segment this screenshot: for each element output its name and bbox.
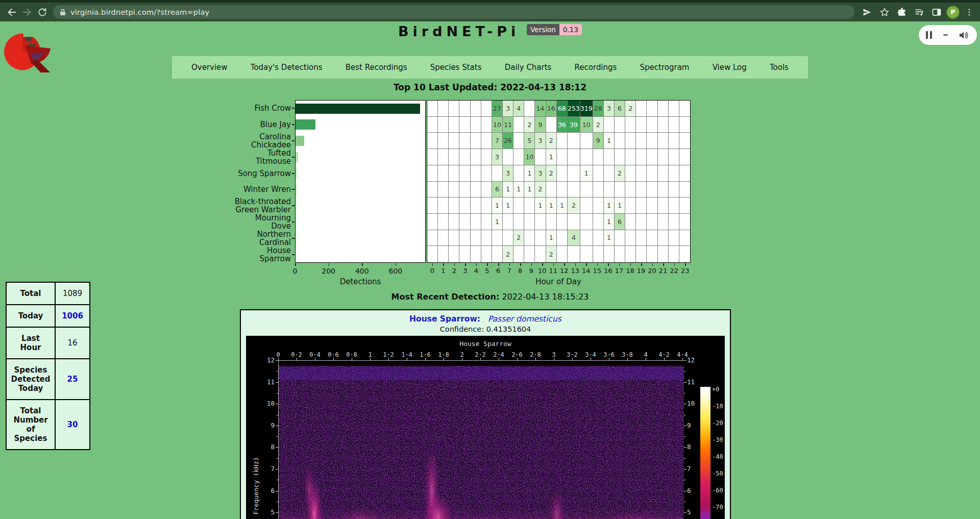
- spectrogram-xtick: [388, 358, 389, 360]
- heatmap-cell: [471, 117, 481, 133]
- hour-xtick-label: 9: [529, 267, 533, 275]
- species-tick: [292, 140, 295, 141]
- spectrogram-image: [279, 361, 684, 519]
- spectrogram-ytick-dash: [276, 447, 278, 448]
- spectrogram-minor-tick: [684, 371, 685, 372]
- extensions-icon[interactable]: [894, 5, 910, 20]
- bar-xtick: [329, 263, 330, 266]
- heatmap-cell: [546, 214, 557, 230]
- forward-icon[interactable]: [19, 5, 35, 20]
- nav-item-spectrogram[interactable]: Spectrogram: [640, 63, 690, 72]
- heatmap-cell: 4: [513, 101, 524, 117]
- most-recent-detection: Most Recent Detection: 2022-04-13 18:15:…: [0, 292, 980, 302]
- spectrogram-xtick: [370, 358, 371, 360]
- heatmap-cell: [459, 117, 470, 133]
- heatmap-cell: [492, 246, 503, 262]
- stats-table: Total1089Today1006LastHour16SpeciesDetec…: [6, 282, 90, 450]
- species-tick: [292, 254, 295, 255]
- stats-value-link[interactable]: 1006: [62, 311, 83, 320]
- nav-item-species-stats[interactable]: Species Stats: [430, 63, 482, 72]
- stats-row-today: Today1006: [6, 305, 90, 327]
- spectrogram-minor-tick: [684, 436, 685, 437]
- heatmap-cell: 1: [604, 230, 615, 246]
- heatmap-cell: 6: [615, 101, 625, 117]
- heatmap-cell: [513, 149, 524, 165]
- heatmap-cell: [647, 182, 657, 198]
- heatmap-cell: [658, 230, 669, 246]
- spectrogram-xtick: [517, 358, 518, 360]
- bookmark-star-icon[interactable]: [877, 5, 892, 20]
- heatmap-cell: 1: [546, 197, 557, 214]
- bar-xtick-label: 200: [322, 267, 335, 275]
- spectrogram-xtick-label: 2·6: [511, 351, 523, 358]
- heatmap-cell: [481, 101, 492, 117]
- spectrogram-xtick-label: 2·8: [530, 351, 541, 358]
- hour-xtick: [432, 263, 433, 266]
- heatmap-cell: [669, 246, 679, 262]
- menu-kebab-icon[interactable]: [962, 5, 977, 20]
- heatmap-cell: [427, 230, 438, 246]
- heatmap-cell: [636, 117, 647, 133]
- heatmap-cell: [427, 149, 438, 165]
- spectrogram-ytick-dash: [684, 404, 687, 404]
- pause-button-icon[interactable]: [926, 31, 932, 39]
- bar-xtick-label: 0: [293, 267, 298, 275]
- heatmap-cell: [647, 197, 657, 214]
- heatmap-cell: [471, 214, 481, 230]
- heatmap-cell: [481, 246, 492, 262]
- address-bar[interactable]: virginia.birdnetpi.com/?stream=play: [53, 5, 854, 19]
- hour-xtick: [685, 263, 686, 266]
- spectrogram-ytick-left: 6: [262, 487, 275, 495]
- heatmap-cell: 2: [524, 117, 535, 133]
- hour-xtick: [674, 263, 675, 266]
- spectrogram-minor-tick: [277, 458, 278, 459]
- hour-xtick-label: 2: [452, 267, 456, 275]
- volume-icon[interactable]: [959, 30, 970, 40]
- heatmap-cell: [449, 149, 459, 165]
- heatmap-cell: [459, 214, 470, 230]
- heatmap-cell: [636, 182, 647, 198]
- heatmap-cell: [427, 214, 438, 230]
- hour-xtick-label: 8: [518, 267, 522, 275]
- heatmap-cell: [580, 133, 593, 149]
- stats-value-link[interactable]: 30: [67, 420, 78, 429]
- heatmap-cell: [471, 165, 481, 182]
- heatmap-cell: 3: [535, 165, 546, 182]
- playlist-icon[interactable]: [912, 5, 927, 20]
- nav-item-best-recordings[interactable]: Best Recordings: [346, 63, 407, 72]
- spectrogram-xtick-label: 0·2: [291, 351, 302, 358]
- side-panel-icon[interactable]: [929, 5, 944, 20]
- spectrogram-xtick-label: 4·2: [658, 351, 670, 358]
- heatmap-cell: [459, 165, 470, 182]
- detection-species[interactable]: House Sparrow:: [409, 314, 480, 324]
- hour-xtick-label: 10: [538, 267, 547, 275]
- reload-icon[interactable]: [35, 5, 50, 20]
- heatmap-cell: 9: [593, 133, 604, 149]
- bar-fish-crow: [296, 104, 420, 114]
- heatmap-cell: [481, 214, 492, 230]
- heatmap-cell: [679, 117, 690, 133]
- spectrogram-ytick-right: 12: [687, 356, 695, 364]
- bar-xtick: [295, 263, 296, 266]
- nav-item-tools[interactable]: Tools: [770, 63, 789, 72]
- heatmap-cell: 3: [492, 149, 503, 165]
- nav-item-recordings[interactable]: Recordings: [575, 63, 617, 72]
- nav-item-overview[interactable]: Overview: [191, 63, 228, 72]
- nav-item-view-log[interactable]: View Log: [713, 63, 747, 72]
- nav-item-daily-charts[interactable]: Daily Charts: [505, 63, 552, 72]
- spectrogram-legend-bar: [700, 387, 710, 519]
- send-icon[interactable]: [860, 5, 875, 20]
- profile-avatar[interactable]: P: [946, 6, 960, 19]
- back-icon[interactable]: [4, 5, 19, 20]
- hour-xtick-label: 11: [549, 267, 557, 275]
- heatmap-cell: 3: [503, 101, 513, 117]
- stats-value-link[interactable]: 25: [67, 375, 78, 384]
- nav-item-today-s-detections[interactable]: Today's Detections: [251, 63, 323, 72]
- spectrogram-xtick-label: 2·4: [493, 351, 504, 358]
- heatmap-cell: 26: [503, 133, 513, 149]
- browser-toolbar: virginia.birdnetpi.com/?stream=play: [0, 3, 980, 21]
- species-label-3: CarolinaChickadee: [234, 133, 291, 149]
- heatmap-cell: [459, 149, 470, 165]
- heatmap-cell: 1: [580, 165, 593, 182]
- hour-xtick: [476, 263, 477, 266]
